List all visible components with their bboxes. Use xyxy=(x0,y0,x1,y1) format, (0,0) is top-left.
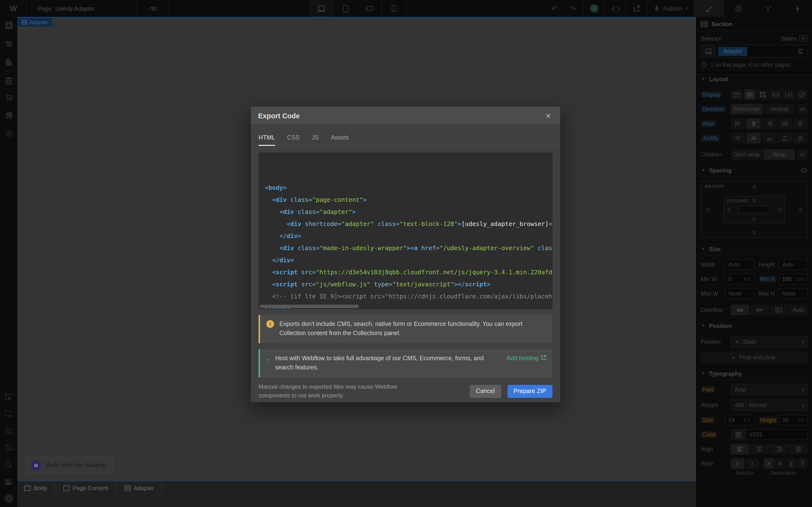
code-editor[interactable]: <body> <div class="page-content"> <div c… xyxy=(259,153,552,309)
tab-css[interactable]: CSS xyxy=(287,129,299,145)
prepare-zip-button[interactable]: Prepare ZIP xyxy=(507,385,552,398)
code-line: </div> xyxy=(265,230,546,242)
add-hosting-label: Add hosting xyxy=(507,354,539,363)
code-line: <div class="page-content"> xyxy=(265,193,546,206)
code-line: <body> xyxy=(265,181,546,193)
scrollbar-thumb[interactable] xyxy=(260,305,359,308)
webflow-designer: W Page: Udesly Adapter ↶ ↷ ✓ xyxy=(0,0,812,507)
cancel-button[interactable]: Cancel xyxy=(469,385,501,398)
footer-note: Manual changes to exported files may cau… xyxy=(259,382,404,400)
tab-html[interactable]: HTML xyxy=(259,129,275,145)
tab-js[interactable]: JS xyxy=(311,129,318,145)
code-line: <!-- [if lte IE 9]><script src="https://… xyxy=(265,290,546,302)
modal-tabs: HTML CSS JS Assets xyxy=(251,129,560,146)
horizontal-scrollbar xyxy=(260,304,552,308)
modal-title: Export Code xyxy=(258,112,544,119)
code-line: <script src="js/webflow.js" type="text/j… xyxy=(265,278,546,290)
info-icon: i xyxy=(266,320,274,328)
modal-footer: Manual changes to exported files may cau… xyxy=(251,377,560,402)
close-icon: ✕ xyxy=(546,112,551,119)
code-line: <div class="made-in-udesly-wrapper"><a h… xyxy=(265,242,546,254)
arrow-up-icon: ↑ xyxy=(266,354,270,373)
code-line: </div> xyxy=(265,254,546,266)
code-line: <div shortcode="adapter" class="text-blo… xyxy=(265,218,546,230)
export-warning-text: Exports don't include CMS, search, nativ… xyxy=(280,320,546,338)
export-warning-note: i Exports don't include CMS, search, nat… xyxy=(259,315,552,343)
hosting-text: Host with Webflow to take full advantage… xyxy=(275,354,498,373)
hosting-note: ↑ Host with Webflow to take full advanta… xyxy=(259,349,552,378)
add-hosting-link[interactable]: Add hosting xyxy=(507,354,546,373)
tab-assets[interactable]: Assets xyxy=(331,129,349,145)
close-button[interactable]: ✕ xyxy=(544,110,553,121)
code-line: <div class="adapter"> xyxy=(265,206,546,218)
export-code-modal: Export Code ✕ HTML CSS JS Assets <body> … xyxy=(251,107,560,402)
external-link-icon xyxy=(541,355,546,360)
code-line: <script src="https://d3e54v103j8qbb.clou… xyxy=(265,266,546,278)
modal-header: Export Code ✕ xyxy=(251,107,560,125)
